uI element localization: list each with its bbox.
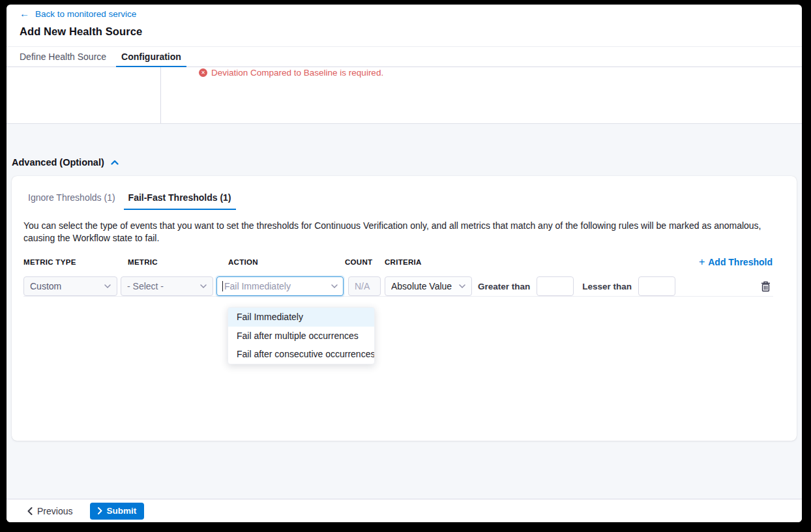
threshold-description: You can select the type of events that y… — [23, 220, 771, 244]
row-divider — [23, 296, 773, 297]
menu-item-fail-immediately[interactable]: Fail Immediately — [228, 308, 374, 327]
menu-item-fail-after-consecutive[interactable]: Fail after consecutive occurrences — [228, 345, 374, 364]
delete-threshold-button[interactable] — [759, 280, 771, 292]
column-criteria: CRITERIA — [385, 258, 422, 266]
tab-ignore-thresholds[interactable]: Ignore Thresholds (1) — [28, 192, 115, 210]
page-title: Add New Health Source — [20, 25, 802, 38]
chevron-down-icon — [459, 284, 465, 288]
footer-bar: Previous Submit — [7, 499, 802, 522]
chevron-right-icon — [98, 507, 102, 514]
column-metric-type: METRIC TYPE — [23, 258, 76, 266]
threshold-row: Custom - Select - Fail Immediately — [23, 276, 797, 296]
lesser-than-label: Lesser than — [582, 282, 632, 291]
previous-button[interactable]: Previous — [27, 506, 72, 516]
submit-button[interactable]: Submit — [90, 503, 144, 520]
advanced-section: Advanced (Optional) Ignore Thresholds (1… — [7, 124, 802, 503]
metric-select[interactable]: - Select - — [121, 276, 213, 296]
criteria-value: Absolute Value — [391, 281, 455, 291]
error-message: Deviation Compared to Baseline is requir… — [211, 68, 383, 78]
submit-label: Submit — [106, 506, 136, 516]
error-icon: ✕ — [199, 68, 207, 77]
text-caret — [222, 281, 223, 291]
advanced-header[interactable]: Advanced (Optional) — [12, 156, 802, 168]
menu-item-fail-after-multiple[interactable]: Fail after multiple occurrences — [228, 327, 374, 346]
add-threshold-button[interactable]: + Add Threshold — [699, 257, 773, 267]
column-action: ACTION — [228, 258, 258, 266]
action-select[interactable]: Fail Immediately — [216, 276, 344, 296]
threshold-table-header: METRIC TYPE METRIC ACTION COUNT CRITERIA… — [12, 258, 797, 268]
chevron-down-icon — [104, 284, 111, 288]
back-to-monitored-service-link[interactable]: ← Back to monitored service — [20, 9, 136, 19]
chevron-up-icon[interactable] — [110, 159, 119, 166]
chevron-left-icon — [27, 507, 33, 515]
count-input[interactable] — [348, 276, 381, 296]
tab-define-health-source[interactable]: Define Health Source — [20, 47, 106, 67]
metric-type-value: Custom — [30, 281, 100, 291]
panel-divider — [160, 67, 161, 123]
column-metric: METRIC — [128, 258, 158, 266]
page-header: ← Back to monitored service Add New Heal… — [7, 5, 802, 38]
metric-type-select[interactable]: Custom — [23, 276, 117, 296]
tab-fail-fast-thresholds[interactable]: Fail-Fast Thresholds (1) — [124, 192, 236, 210]
trash-icon — [761, 281, 771, 292]
action-dropdown-menu: Fail Immediately Fail after multiple occ… — [228, 307, 375, 364]
previous-label: Previous — [37, 506, 72, 516]
configuration-panel: ✕ Deviation Compared to Baseline is requ… — [7, 67, 802, 124]
add-threshold-label: Add Threshold — [708, 257, 773, 267]
action-value: Fail Immediately — [224, 281, 327, 291]
metric-value: - Select - — [127, 281, 196, 291]
advanced-title: Advanced (Optional) — [12, 157, 104, 168]
thresholds-card: Ignore Thresholds (1) Fail-Fast Threshol… — [12, 176, 797, 441]
validation-error: ✕ Deviation Compared to Baseline is requ… — [199, 68, 383, 78]
back-link-label: Back to monitored service — [35, 9, 136, 19]
app-window: ← Back to monitored service Add New Heal… — [7, 5, 802, 522]
greater-than-input[interactable] — [537, 276, 574, 296]
lesser-than-input[interactable] — [638, 276, 675, 296]
column-count: COUNT — [345, 258, 372, 266]
threshold-tab-bar: Ignore Thresholds (1) Fail-Fast Threshol… — [12, 176, 797, 210]
greater-than-label: Greater than — [478, 282, 530, 291]
chevron-down-icon — [331, 284, 338, 288]
chevron-down-icon — [200, 284, 207, 288]
back-arrow-icon: ← — [20, 9, 29, 18]
tab-configuration[interactable]: Configuration — [116, 47, 186, 67]
plus-icon: + — [699, 258, 705, 267]
main-tab-bar: Define Health Source Configuration — [7, 46, 802, 67]
criteria-select[interactable]: Absolute Value — [385, 276, 472, 296]
